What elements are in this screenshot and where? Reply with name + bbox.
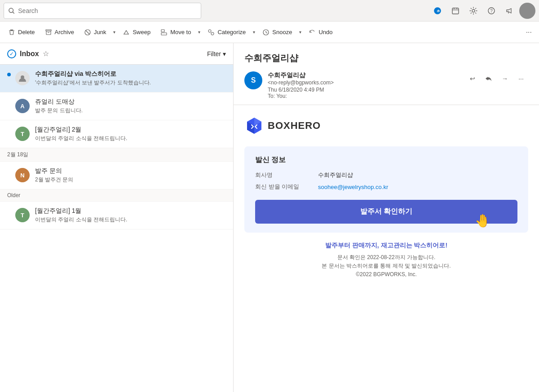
email-actions: ↩ → ··· xyxy=(465,71,528,86)
reply-button[interactable]: ↩ xyxy=(465,71,480,86)
email-to: To: You: xyxy=(268,93,460,99)
calendar-button[interactable] xyxy=(447,3,464,19)
inbox-check-icon: ✓ xyxy=(7,49,16,58)
svg-point-23 xyxy=(211,32,214,35)
skype-icon: S xyxy=(433,7,442,15)
avatar: A xyxy=(15,99,30,113)
email-viewer: 수희주얼리샵 S 수희주얼리샵 <no-reply@bgpworks.com> … xyxy=(234,43,539,392)
categorize-button[interactable]: Categorize xyxy=(203,26,250,39)
info-row-email: 회신 받을 이메일 soohee@jewelryshop.co.kr xyxy=(255,183,517,191)
sender-avatar-large: S xyxy=(244,71,262,89)
svg-line-1 xyxy=(13,12,14,13)
snooze-button[interactable]: Snooze xyxy=(258,26,296,39)
email-item[interactable]: T [월간주얼리] 1월 이번달의 주얼리 소식을 전해드립니다. xyxy=(0,202,233,229)
sender-email: <no-reply@bgpworks.com> xyxy=(268,79,460,86)
clock-icon xyxy=(262,29,270,36)
email-body: [월간주얼리] 1월 이번달의 주얼리 소식을 전해드립니다. xyxy=(35,207,226,224)
unread-dot xyxy=(7,73,11,76)
sweep-button[interactable]: Sweep xyxy=(118,26,155,39)
search-input[interactable] xyxy=(18,7,196,14)
email-datetime: Thu 6/18/2020 4:49 PM xyxy=(268,87,460,93)
email-item[interactable]: A 쥬얼리 도매상 발주 문의 드립니다. xyxy=(0,92,233,120)
email-item[interactable]: N 발주 문의 2월 발주건 문의 xyxy=(0,162,233,189)
email-sender: 쥬얼리 도매상 xyxy=(35,98,226,106)
email-preview: 발주 문의 드립니다. xyxy=(35,107,226,115)
company-label: 회사명 xyxy=(255,171,318,179)
undo-button[interactable]: Undo xyxy=(304,26,337,39)
help-icon: ? xyxy=(487,7,495,15)
star-button[interactable]: ☆ xyxy=(43,49,49,58)
categorize-icon xyxy=(208,29,215,36)
date-separator: 2월 18일 xyxy=(0,148,233,162)
email-meta-info: 수희주얼리샵 <no-reply@bgpworks.com> Thu 6/18/… xyxy=(268,71,460,99)
email-list-header: ✓ Inbox ☆ Filter ▾ xyxy=(0,43,233,65)
svg-line-18 xyxy=(86,31,89,34)
info-card: 발신 정보 회사명 수희주얼리샵 회신 받을 이메일 soohee@jewelr… xyxy=(244,146,528,233)
email-sender: 수희주얼리샵 via 박스히어로 xyxy=(35,70,226,78)
filter-button[interactable]: Filter ▾ xyxy=(207,50,226,57)
archive-button[interactable]: Archive xyxy=(40,26,79,39)
toolbar: Delete Archive Junk ▾ Sweep Move to ▾ xyxy=(0,22,539,43)
inbox-label: Inbox xyxy=(20,50,39,58)
junk-button[interactable]: Junk xyxy=(80,26,110,39)
confirm-order-button[interactable]: 발주서 확인하기 🤚 xyxy=(255,200,517,224)
email-body: 쥬얼리 도매상 발주 문의 드립니다. xyxy=(35,98,226,115)
megaphone-icon xyxy=(505,7,513,15)
junk-icon xyxy=(84,29,91,36)
help-button[interactable]: ? xyxy=(483,3,499,19)
user-avatar-button[interactable] xyxy=(519,3,535,19)
email-sender: [월간주얼리] 1월 xyxy=(35,207,226,215)
undo-icon xyxy=(309,29,316,36)
sweep-icon xyxy=(123,29,130,36)
svg-point-8 xyxy=(472,9,475,12)
promo-text: 문서 확인은 2022-08-22까지 가능합니다. 본 문서는 박스히어로를 … xyxy=(252,253,521,279)
email-viewer-header: 수희주얼리샵 S 수희주얼리샵 <no-reply@bgpworks.com> … xyxy=(234,43,539,105)
search-icon xyxy=(9,8,14,14)
boxhero-logo-icon xyxy=(244,116,264,136)
boxhero-logo: BOXHERO xyxy=(244,116,528,136)
info-row-company: 회사명 수희주얼리샵 xyxy=(255,171,517,179)
svg-point-22 xyxy=(208,30,211,32)
boxhero-text: BOXHERO xyxy=(268,120,321,132)
older-separator: Older xyxy=(0,189,233,202)
email-item[interactable]: 수희주얼리샵 via 박스히어로 '수희주얼리샵'에서 보낸 발주서가 도착했습… xyxy=(0,65,233,92)
calendar-icon xyxy=(451,7,459,15)
moveto-chevron[interactable]: ▾ xyxy=(196,27,202,37)
moveto-button[interactable]: Move to xyxy=(156,26,195,39)
email-more-button[interactable]: ··· xyxy=(514,71,528,86)
feedback-button[interactable] xyxy=(501,3,517,19)
settings-button[interactable] xyxy=(465,3,482,19)
snooze-chevron[interactable]: ▾ xyxy=(297,27,303,37)
info-card-title: 발신 정보 xyxy=(255,155,517,165)
forward-button[interactable]: → xyxy=(498,71,512,86)
avatar: N xyxy=(15,168,30,182)
reply-all-icon xyxy=(485,75,492,82)
top-bar: S ? xyxy=(0,0,539,22)
company-value: 수희주얼리샵 xyxy=(318,171,353,179)
main-content: ✓ Inbox ☆ Filter ▾ 수희주얼리샵 via 박스히어로 '수희주… xyxy=(0,43,539,392)
email-link[interactable]: soohee@jewelryshop.co.kr xyxy=(318,184,388,190)
search-box[interactable] xyxy=(4,3,201,19)
footer-promo: 발주부터 판매까지, 재고관리는 박스히어로! 문서 확인은 2022-08-2… xyxy=(244,242,528,279)
moveto-icon xyxy=(160,29,168,36)
delete-button[interactable]: Delete xyxy=(4,26,40,39)
email-sender: [월간주얼리] 2월 xyxy=(35,126,226,134)
email-preview: 이번달의 주얼리 소식을 전해드립니다. xyxy=(35,135,226,142)
email-sender: 발주 문의 xyxy=(35,167,226,175)
svg-line-26 xyxy=(266,32,267,33)
gear-icon xyxy=(469,7,477,15)
sender-name: 수희주얼리샵 xyxy=(268,71,460,79)
skype-button[interactable]: S xyxy=(429,3,446,19)
categorize-chevron[interactable]: ▾ xyxy=(251,27,257,37)
delete-icon xyxy=(8,29,15,36)
svg-rect-4 xyxy=(452,8,459,14)
promo-title: 발주부터 판매까지, 재고관리는 박스히어로! xyxy=(252,242,521,250)
svg-rect-12 xyxy=(10,30,13,31)
email-list: ✓ Inbox ☆ Filter ▾ 수희주얼리샵 via 박스히어로 '수희주… xyxy=(0,43,234,392)
more-button[interactable]: ··· xyxy=(522,26,535,39)
junk-chevron[interactable]: ▾ xyxy=(111,27,117,37)
email-body: 발주 문의 2월 발주건 문의 xyxy=(35,167,226,184)
avatar: T xyxy=(15,208,30,222)
email-item[interactable]: T [월간주얼리] 2월 이번달의 주얼리 소식을 전해드립니다. xyxy=(0,120,233,148)
reply-all-button[interactable] xyxy=(482,71,496,86)
